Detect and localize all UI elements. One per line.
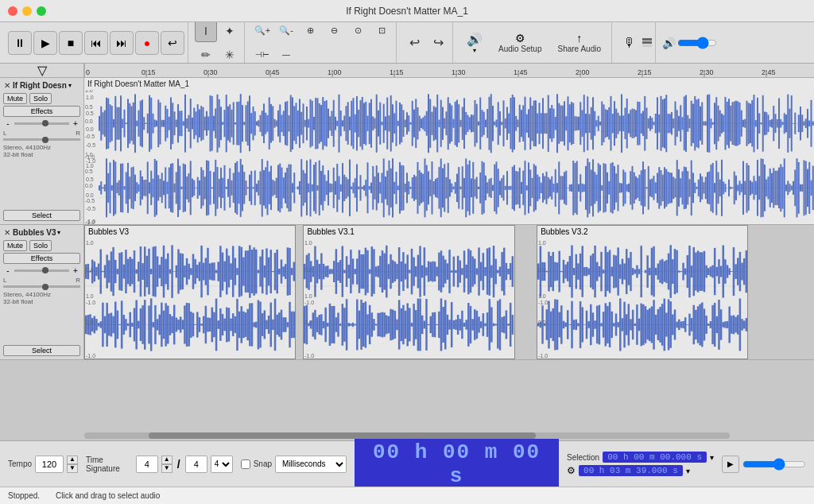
svg-text:-1.0: -1.0 [86,300,95,305]
track-1-mute-button[interactable]: Mute [3,93,27,104]
track-1-vol-minus[interactable]: - [3,118,13,128]
svg-rect-1321 [588,321,591,328]
svg-rect-1375 [645,306,647,343]
silence-button[interactable]: — [275,44,297,66]
selection-gear-icon[interactable]: ⚙ [567,465,576,476]
playback-volume-slider[interactable] [742,459,806,469]
timesig-num-up[interactable]: ▲ [161,456,172,464]
selection-start-field[interactable]: 00 h 00 m 00.000 s [603,452,707,463]
sel-dropdown-arrow[interactable]: ▾ [710,453,714,462]
track-1-pan-slider[interactable] [3,138,80,141]
svg-rect-61 [118,180,120,196]
svg-text:1.0: 1.0 [86,293,94,299]
track-2-content: Bubbles V3 1.00.0-1.01.00.0-1.0 Bubbles … [84,225,814,359]
track-2-vol-minus[interactable]: - [3,266,13,275]
svg-rect-1440 [714,248,716,295]
mic-button[interactable]: 🎙 [618,32,641,54]
maximize-button[interactable] [37,6,46,16]
zoom-out-button[interactable]: 🔍- [275,20,297,42]
track-1-close-button[interactable]: ✕ [3,82,11,90]
skip-back-button[interactable]: ⏮ [84,31,108,55]
track-2-pan-slider[interactable] [3,285,80,288]
track-1-dropdown[interactable]: ▾ [68,82,76,90]
stop-button[interactable]: ■ [59,31,83,55]
timesig-num-down[interactable]: ▼ [161,464,172,473]
track-2-clip-1-waveform: 1.00.0-1.01.00.0-1.0 [85,238,295,359]
minimize-button[interactable] [22,6,32,16]
track-1-vol-plus[interactable]: + [71,118,80,128]
track-2-solo-button[interactable]: Solo [29,240,52,251]
track-2-effects-button[interactable]: Effects [3,253,80,264]
track-1-pan-row [3,138,80,141]
svg-rect-1109 [352,323,355,327]
track-1-effects-button[interactable]: Effects [3,106,80,117]
zoom-width-out[interactable]: ⊖ [323,20,345,42]
track-2-vol-plus[interactable]: + [71,266,80,275]
multi-tool[interactable]: ✦ [219,20,241,42]
record-button[interactable]: ● [135,31,159,55]
time-sig-num-field[interactable] [136,456,158,473]
skip-fwd-button[interactable]: ⏭ [110,31,134,55]
trim-button[interactable]: ⊣⊢ [251,44,273,66]
svg-rect-1424 [697,250,700,292]
tempo-field[interactable] [35,456,64,473]
snap-checkbox[interactable] [241,459,250,469]
h-scrollbar-thumb[interactable] [149,432,536,439]
svg-rect-556 [562,106,564,142]
output-volume-slider[interactable] [677,38,717,48]
svg-rect-955 [192,313,195,337]
pencil-tool[interactable]: ✏ [195,44,217,66]
zoom-width-in[interactable]: ⊕ [299,20,321,42]
tempo-down-button[interactable]: ▼ [67,464,78,473]
svg-rect-434 [453,119,455,128]
track-1-solo-button[interactable]: Solo [29,93,52,104]
svg-rect-1304 [571,246,573,298]
audio-output-button[interactable]: 🔊 ▾ [459,27,490,59]
track-2-dropdown[interactable]: ▾ [57,229,65,237]
svg-rect-1172 [420,246,422,297]
svg-rect-1229 [479,316,481,332]
svg-rect-942 [180,253,182,289]
zoom-fit[interactable]: ⊙ [347,20,369,42]
selection-end-field[interactable]: 00 h 03 m 39.000 s [579,465,683,476]
track-2-close-button[interactable]: ✕ [3,229,11,237]
pause-button[interactable]: ⏸ [8,31,32,55]
track-2-mute-button[interactable]: Mute [3,240,27,251]
loop-button[interactable]: ↩ [161,31,184,55]
collapse-all-icon[interactable]: ▽ [37,64,47,78]
sel-end-dropdown-arrow[interactable]: ▾ [686,467,690,475]
zoom-in-button[interactable]: 🔍+ [251,20,273,42]
time-sig-den-dropdown[interactable]: 4 8 [211,456,233,473]
close-button[interactable] [8,6,17,16]
snap-unit-dropdown[interactable]: Milliseconds Beats Seconds [275,456,347,473]
select-tool[interactable]: I [195,20,217,42]
svg-rect-735 [721,160,723,216]
time-sig-den-field[interactable] [185,456,207,473]
undo-button[interactable]: ↩ [403,32,425,54]
svg-rect-1090 [333,261,335,282]
audio-setup-button[interactable]: ⚙ Audio Setup [491,27,549,59]
track-2-volume-slider[interactable] [14,269,69,272]
svg-rect-1199 [447,315,449,335]
track-1-select-button[interactable]: Select [3,210,80,221]
svg-rect-613 [612,162,614,213]
svg-rect-478 [492,106,494,142]
track-2-select-button[interactable]: Select [3,345,80,356]
svg-rect-296 [329,116,331,130]
tempo-up-button[interactable]: ▲ [67,456,78,464]
svg-rect-721 [708,172,710,204]
starburst-tool[interactable]: ✳ [219,44,241,66]
svg-rect-113 [165,167,166,208]
svg-rect-794 [775,114,777,133]
svg-rect-706 [696,99,698,147]
svg-rect-589 [591,170,592,207]
svg-rect-229 [269,172,270,204]
play-mini-button[interactable]: ▶ [722,456,739,473]
play-button[interactable]: ▶ [33,31,57,55]
svg-rect-632 [630,110,631,137]
zoom-selection[interactable]: ⊡ [370,20,393,42]
redo-button[interactable]: ↪ [427,32,449,54]
track-1-volume-slider[interactable] [14,122,69,125]
share-audio-button[interactable]: ↑ Share Audio [551,27,609,59]
h-scrollbar[interactable] [84,432,730,439]
